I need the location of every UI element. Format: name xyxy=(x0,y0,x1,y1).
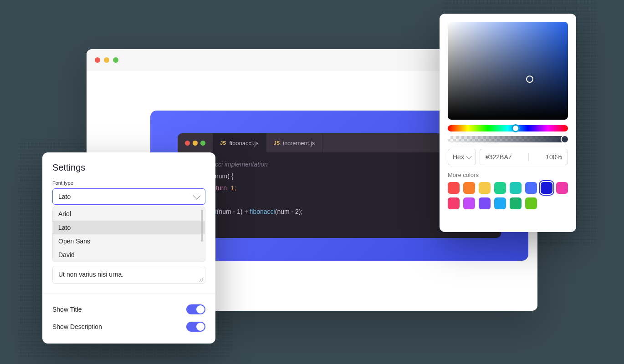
color-swatch[interactable] xyxy=(494,182,506,194)
show-title-toggle[interactable] xyxy=(186,304,205,314)
color-swatch[interactable] xyxy=(510,182,522,194)
color-swatch[interactable] xyxy=(479,182,491,194)
format-value: Hex xyxy=(453,153,464,161)
chevron-down-icon xyxy=(193,192,201,200)
color-swatch[interactable] xyxy=(525,182,537,194)
js-file-icon: JS xyxy=(220,140,226,146)
js-file-icon: JS xyxy=(274,140,280,146)
alpha-handle[interactable] xyxy=(561,135,569,143)
hue-slider[interactable] xyxy=(448,125,568,131)
hex-input[interactable]: #322BA7 100% xyxy=(480,149,568,165)
show-description-row: Show Description xyxy=(52,318,205,335)
settings-title: Settings xyxy=(52,162,205,173)
settings-panel: Settings Font type Lato Ariel Lato Open … xyxy=(42,152,215,344)
saturation-field[interactable] xyxy=(448,22,568,120)
color-swatch[interactable] xyxy=(525,197,537,209)
color-swatches xyxy=(448,182,568,209)
color-format-dropdown[interactable]: Hex xyxy=(448,149,476,165)
tab-increment[interactable]: JS increment.js xyxy=(266,133,323,152)
dropdown-value: Lato xyxy=(58,193,71,200)
color-swatch[interactable] xyxy=(541,182,552,194)
font-dropdown[interactable]: Lato xyxy=(52,188,205,205)
color-value-row: Hex #322BA7 100% xyxy=(448,149,568,165)
show-title-row: Show Title xyxy=(52,301,205,318)
color-swatch[interactable] xyxy=(510,197,522,209)
saturation-handle[interactable] xyxy=(526,76,533,83)
font-option[interactable]: Ariel xyxy=(53,207,205,221)
color-swatch[interactable] xyxy=(479,197,491,209)
color-picker: Hex #322BA7 100% More colors xyxy=(440,14,576,232)
description-textarea[interactable]: Ut non varius nisi urna. xyxy=(52,266,205,284)
editor-tabs: JS fibonacci.js JS increment.js xyxy=(213,133,322,152)
toggle-label: Show Description xyxy=(52,323,102,330)
toggle-label: Show Title xyxy=(52,306,82,313)
minimize-icon[interactable] xyxy=(104,57,109,63)
opacity-value: 100% xyxy=(546,153,562,161)
font-options-list[interactable]: Ariel Lato Open Sans David xyxy=(52,207,205,262)
minimize-icon[interactable] xyxy=(193,141,198,146)
color-swatch[interactable] xyxy=(448,197,460,209)
divider xyxy=(42,293,215,293)
alpha-slider[interactable] xyxy=(448,136,568,142)
color-swatch[interactable] xyxy=(463,197,475,209)
font-option[interactable]: Lato xyxy=(53,221,205,234)
color-swatch[interactable] xyxy=(494,197,506,209)
tab-label: increment.js xyxy=(283,140,315,147)
hue-handle[interactable] xyxy=(511,124,520,132)
font-option[interactable]: Open Sans xyxy=(53,234,205,248)
color-swatch[interactable] xyxy=(448,182,460,194)
divider xyxy=(528,153,529,161)
color-swatch[interactable] xyxy=(556,182,568,194)
maximize-icon[interactable] xyxy=(200,141,205,146)
close-icon[interactable] xyxy=(185,141,190,146)
close-icon[interactable] xyxy=(95,57,100,63)
chevron-down-icon xyxy=(466,153,472,159)
tab-fibonacci[interactable]: JS fibonacci.js xyxy=(213,133,266,152)
font-type-label: Font type xyxy=(52,180,205,186)
more-colors-label: More colors xyxy=(448,172,568,178)
font-option[interactable]: David xyxy=(53,248,205,262)
tab-label: fibonacci.js xyxy=(229,140,258,147)
show-description-toggle[interactable] xyxy=(186,322,205,332)
maximize-icon[interactable] xyxy=(113,57,118,63)
color-swatch[interactable] xyxy=(463,182,475,194)
hex-value: #322BA7 xyxy=(486,153,512,161)
